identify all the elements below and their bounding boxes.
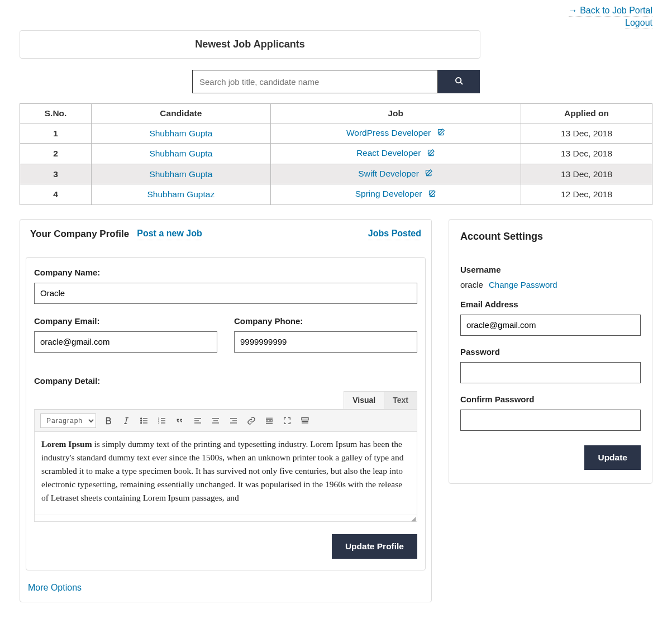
company-profile-card: Your Company Profile Post a new Job Jobs… (20, 219, 432, 602)
profile-card-header: Your Company Profile Post a new Job Jobs… (20, 220, 431, 249)
candidate-link[interactable]: Shubham Guptaz (147, 189, 215, 199)
cell-job: Spring Developer (270, 184, 521, 205)
company-phone-input[interactable] (234, 331, 417, 353)
cell-applied: 13 Dec, 2018 (521, 144, 652, 164)
cell-candidate: Shubham Guptaz (92, 184, 270, 205)
editor-body[interactable]: Lorem Ipsum is simply dummy text of the … (35, 432, 417, 515)
bold-icon[interactable] (103, 415, 114, 426)
tab-text[interactable]: Text (384, 391, 417, 409)
profile-title: Your Company Profile (30, 229, 129, 240)
cell-sno: 4 (20, 184, 92, 205)
svg-text:3: 3 (158, 421, 160, 424)
cell-sno: 1 (20, 123, 92, 144)
toolbar-toggle-icon[interactable] (299, 415, 311, 426)
link-icon[interactable] (246, 415, 257, 426)
svg-point-10 (141, 420, 142, 421)
table-header-row: S.No. Candidate Job Applied on (20, 104, 652, 123)
read-more-icon[interactable] (264, 415, 275, 426)
email-label: Email Address (460, 299, 641, 309)
cell-candidate: Shubham Gupta (92, 123, 270, 144)
cell-sno: 2 (20, 144, 92, 164)
editor-container: Visual Text Paragraph 123 (34, 391, 417, 522)
jobs-posted-link[interactable]: Jobs Posted (368, 229, 421, 240)
tab-visual[interactable]: Visual (344, 391, 384, 409)
svg-rect-35 (302, 417, 308, 420)
edit-icon[interactable] (437, 128, 445, 139)
account-update-button[interactable]: Update (584, 445, 641, 470)
fullscreen-icon[interactable] (282, 415, 293, 426)
svg-point-9 (141, 418, 142, 419)
cell-candidate: Shubham Gupta (92, 144, 270, 164)
editor-tabs: Visual Text (34, 391, 417, 409)
change-password-link[interactable]: Change Password (489, 280, 557, 289)
cell-applied: 13 Dec, 2018 (521, 164, 652, 184)
candidate-link[interactable]: Shubham Gupta (149, 149, 212, 158)
bullet-list-icon[interactable] (139, 415, 150, 426)
align-left-icon[interactable] (192, 415, 203, 426)
job-link[interactable]: WordPress Developer (346, 128, 431, 137)
job-link[interactable]: React Developer (356, 148, 421, 158)
cell-applied: 12 Dec, 2018 (521, 184, 652, 205)
table-row: 3Shubham GuptaSwift Developer 13 Dec, 20… (20, 164, 652, 184)
account-password-input[interactable] (460, 362, 641, 383)
company-phone-label: Company Phone: (234, 316, 417, 326)
editor-text-rest: is simply dummy text of the printing and… (41, 439, 403, 502)
logout-link[interactable]: Logout (625, 18, 652, 29)
editor-toolbar: Paragraph 123 (35, 410, 417, 432)
table-row: 1Shubham GuptaWordPress Developer 13 Dec… (20, 123, 652, 144)
account-settings-title: Account Settings (460, 231, 641, 242)
candidate-link[interactable]: Shubham Gupta (149, 129, 212, 138)
svg-point-0 (456, 78, 461, 83)
col-job: Job (270, 104, 521, 123)
cell-applied: 13 Dec, 2018 (521, 123, 652, 144)
account-confirm-password-input[interactable] (460, 410, 641, 431)
account-settings-card: Account Settings Username oracle Change … (449, 219, 652, 484)
search-button[interactable] (438, 70, 480, 93)
applicants-table: S.No. Candidate Job Applied on 1Shubham … (20, 103, 652, 205)
username-value-row: oracle Change Password (460, 280, 641, 289)
newest-applicants-panel: Newest Job Applicants (20, 30, 480, 59)
search-input[interactable] (192, 70, 438, 93)
edit-icon[interactable] (427, 149, 435, 159)
cell-job: React Developer (270, 144, 521, 164)
job-link[interactable]: Spring Developer (355, 189, 422, 198)
top-links: → Back to Job Portal Logout (20, 6, 652, 28)
blockquote-icon[interactable] (174, 415, 185, 426)
editor-resize-handle[interactable]: ◢ (35, 515, 417, 521)
panel-title: Newest Job Applicants (20, 31, 480, 58)
col-applied: Applied on (521, 104, 652, 123)
update-profile-button[interactable]: Update Profile (332, 534, 417, 559)
col-sno: S.No. (20, 104, 92, 123)
align-center-icon[interactable] (210, 415, 221, 426)
job-link[interactable]: Swift Developer (358, 169, 419, 178)
password-label: Password (460, 347, 641, 356)
numbered-list-icon[interactable]: 123 (156, 415, 168, 426)
paragraph-select[interactable]: Paragraph (40, 413, 96, 428)
cell-candidate: Shubham Gupta (92, 164, 270, 184)
username-value: oracle (460, 280, 483, 289)
italic-icon[interactable] (121, 415, 132, 426)
search-icon (455, 77, 464, 87)
cell-job: Swift Developer (270, 164, 521, 184)
company-email-input[interactable] (34, 331, 217, 353)
edit-icon[interactable] (428, 189, 436, 200)
svg-line-8 (126, 417, 127, 424)
account-email-input[interactable] (460, 315, 641, 336)
edit-icon[interactable] (425, 169, 433, 179)
col-candidate: Candidate (92, 104, 270, 123)
company-name-input[interactable] (34, 283, 417, 304)
company-name-label: Company Name: (34, 268, 417, 277)
svg-line-1 (460, 82, 463, 84)
back-to-portal-link[interactable]: → Back to Job Portal (569, 6, 652, 17)
more-options-link[interactable]: More Options (28, 583, 82, 592)
align-right-icon[interactable] (228, 415, 239, 426)
post-new-job-link[interactable]: Post a new Job (137, 229, 202, 240)
candidate-link[interactable]: Shubham Gupta (149, 169, 212, 179)
username-label: Username (460, 265, 641, 274)
cell-sno: 3 (20, 164, 92, 184)
table-row: 2Shubham GuptaReact Developer 13 Dec, 20… (20, 144, 652, 164)
table-row: 4Shubham GuptazSpring Developer 12 Dec, … (20, 184, 652, 205)
search-wrap (20, 70, 652, 93)
confirm-password-label: Confirm Password (460, 394, 641, 404)
cell-job: WordPress Developer (270, 123, 521, 144)
